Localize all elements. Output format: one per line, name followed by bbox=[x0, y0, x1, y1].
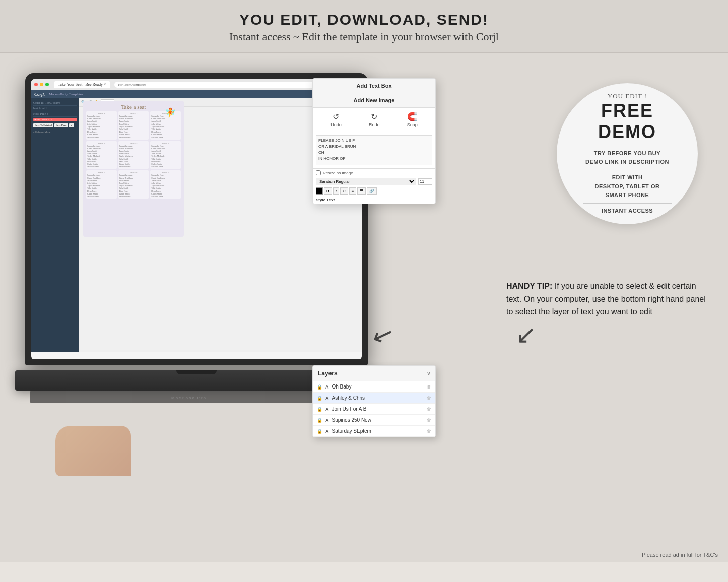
demo-smart-phone: SMART PHONE bbox=[606, 191, 649, 200]
bold-button[interactable]: B bbox=[324, 187, 332, 195]
lock-icon-3: 🔒 bbox=[317, 418, 322, 423]
layer-type-3: A bbox=[325, 418, 329, 423]
font-select[interactable]: Sarabun Regular bbox=[316, 178, 416, 185]
undo-button[interactable]: ↺ Undo bbox=[330, 112, 342, 127]
demo-edit-with: EDIT WITH bbox=[612, 173, 643, 182]
snap-label: Snap bbox=[407, 122, 418, 127]
main-content: Take Your Seat | Bee Ready × corjl.com/t… bbox=[0, 53, 728, 562]
layer-name-2: Join Us For A B bbox=[332, 406, 424, 412]
align-center-button[interactable]: ☰ bbox=[357, 187, 366, 195]
add-text-box-button[interactable]: Add Text Box bbox=[313, 79, 435, 93]
layer-name-4: Saturday SEptem bbox=[332, 428, 424, 434]
demo-demo-text: DEMO bbox=[598, 121, 656, 143]
free-demo-circle: YOU EDIT ! FREE DEMO TRY BEFORE YOU BUY … bbox=[557, 83, 698, 224]
layers-title: Layers bbox=[318, 370, 338, 377]
seating-chart-canvas: Take a seat 🧚 Table 1 Samantha JonesCarr… bbox=[83, 101, 184, 237]
main-title: YOU EDIT, DOWNLOAD, SEND! bbox=[10, 11, 718, 28]
layer-item-3[interactable]: 🔒 A Supinos 250 New 🗑 bbox=[313, 415, 435, 426]
lock-icon-1: 🔒 bbox=[317, 396, 322, 401]
table-2-block: Table 2 Samantha JonesCarrie BradshawJas… bbox=[118, 111, 149, 140]
trash-icon-3[interactable]: 🗑 bbox=[427, 418, 431, 423]
resize-label: Resize as Image bbox=[323, 171, 353, 175]
demo-link: DEMO LINK IN DESCRIPTION bbox=[585, 158, 669, 167]
demo-devices: DESKTOP, TABLET OR bbox=[595, 182, 660, 191]
underline-button[interactable]: U bbox=[340, 187, 348, 195]
top-banner: YOU EDIT, DOWNLOAD, SEND! Instant access… bbox=[0, 0, 728, 53]
table-9-names: Samantha JonesCarrie BradshawJason Smith… bbox=[151, 174, 180, 198]
text-content-display[interactable]: PLEASE JOIN US FOR A BRIDAL BRUNCHIN HON… bbox=[316, 135, 432, 165]
add-new-image-button[interactable]: Add New Image bbox=[313, 93, 435, 108]
italic-button[interactable]: I bbox=[333, 187, 339, 195]
layers-panel: Layers ∨ 🔒 A Oh Baby 🗑 🔒 A Ashley & Chri… bbox=[312, 365, 436, 437]
layer-name-0: Oh Baby bbox=[332, 384, 424, 390]
table-7-block: Table 7 Samantha JonesCarrie BradshawJas… bbox=[86, 170, 117, 199]
minimize-dot bbox=[40, 83, 43, 86]
layer-type-0: A bbox=[325, 384, 329, 390]
sidebar-actions: Save To Original Save Page ✓ bbox=[33, 123, 77, 127]
layers-chevron-icon[interactable]: ∨ bbox=[427, 371, 430, 376]
trash-icon-2[interactable]: 🗑 bbox=[427, 407, 431, 412]
table-2-names: Samantha JonesCarrie BradshawJason Smith… bbox=[119, 115, 148, 139]
demo-divider-3 bbox=[583, 203, 672, 204]
collapse-menu[interactable]: « Collapse Menu bbox=[33, 131, 77, 133]
lock-icon-0: 🔒 bbox=[317, 384, 322, 390]
demo-instant: INSTANT ACCESS bbox=[602, 207, 653, 216]
table-8-block: Table 8 Samantha JonesCarrie BradshawJas… bbox=[118, 170, 149, 199]
snap-icon: 🧲 bbox=[407, 112, 417, 121]
layers-header: Layers ∨ bbox=[313, 366, 435, 381]
snap-button[interactable]: 🧲 Snap bbox=[407, 112, 418, 127]
font-selector-row: Sarabun Regular bbox=[313, 177, 435, 186]
layer-type-4: A bbox=[325, 429, 329, 434]
trash-icon-0[interactable]: 🗑 bbox=[427, 384, 431, 390]
color-swatch[interactable] bbox=[316, 187, 323, 195]
redo-label: Redo bbox=[369, 122, 380, 127]
table-5-block: Table 5 Samantha JonesCarrie BradshawJas… bbox=[118, 141, 149, 169]
panel-text-area: PLEASE JOIN US FOR A BRIDAL BRUNCHIN HON… bbox=[313, 132, 435, 169]
table-6-block: Table 6 Samantha JonesCarrie BradshawJas… bbox=[150, 141, 181, 169]
layer-item-4[interactable]: 🔒 A Saturday SEptem 🗑 bbox=[313, 426, 435, 437]
undo-label: Undo bbox=[330, 122, 342, 127]
sidebar-item-2[interactable]: Hold Page 4 bbox=[33, 111, 77, 117]
layer-type-1: A bbox=[325, 396, 329, 401]
maximize-dot bbox=[45, 83, 49, 86]
panel-toolbar: ↺ Undo ↻ Redo 🧲 Snap bbox=[313, 108, 435, 132]
layer-item-0[interactable]: 🔒 A Oh Baby 🗑 bbox=[313, 381, 435, 393]
style-text-label: Style Text bbox=[313, 196, 435, 204]
resize-checkbox[interactable] bbox=[316, 170, 321, 175]
save-page-btn[interactable]: Save Page bbox=[54, 123, 68, 127]
style-row: B I U ≡ ☰ 🔗 bbox=[313, 186, 435, 196]
resize-as-image-row: Resize as Image bbox=[313, 169, 435, 177]
corjl-logo: Corjl. bbox=[34, 92, 45, 97]
sub-title: Instant access ~ Edit the template in yo… bbox=[10, 30, 718, 43]
redo-button[interactable]: ↻ Redo bbox=[369, 112, 380, 127]
demo-free-text: FREE bbox=[601, 100, 653, 121]
hand-shape bbox=[55, 426, 131, 476]
demo-divider-1 bbox=[583, 146, 672, 146]
sidebar-item-1[interactable]: best front 1 bbox=[33, 106, 77, 111]
sidebar-order-id: Order Id: 1509758194 bbox=[33, 100, 77, 106]
table-6-names: Samantha JonesCarrie BradshawJason Smith… bbox=[151, 145, 180, 168]
demo-you-edit: YOU EDIT ! bbox=[608, 92, 647, 100]
fairy-decoration: 🧚 bbox=[165, 107, 180, 119]
handy-tip-text: HANDY TIP: If you are unable to select &… bbox=[506, 280, 708, 318]
font-size-input[interactable] bbox=[418, 178, 432, 185]
table-1-names: Samantha JonesCarrie BradshawJason Smith… bbox=[87, 115, 116, 139]
layer-item-2[interactable]: 🔒 A Join Us For A B 🗑 bbox=[313, 404, 435, 415]
trash-icon-1[interactable]: 🗑 bbox=[427, 396, 431, 401]
seating-grid: Table 1 Samantha JonesCarrie BradshawJas… bbox=[86, 111, 181, 199]
layer-item-1[interactable]: 🔒 A Ashley & Chris 🗑 bbox=[313, 393, 435, 404]
incomplete-badge: ● INCOMPLETE bbox=[33, 118, 77, 121]
table-4-names: Samantha JonesCarrie BradshawJason Smith… bbox=[87, 145, 116, 168]
browser-tab[interactable]: Take Your Seat | Bee Ready × bbox=[54, 81, 110, 88]
handy-tip-label: HANDY TIP: bbox=[506, 282, 552, 290]
undo-icon: ↺ bbox=[333, 112, 339, 121]
align-left-button[interactable]: ≡ bbox=[349, 187, 357, 195]
svg-text:🧚: 🧚 bbox=[165, 107, 176, 118]
table-5-names: Samantha JonesCarrie BradshawJason Smith… bbox=[119, 145, 148, 168]
check-btn[interactable]: ✓ bbox=[69, 123, 74, 127]
link-button[interactable]: 🔗 bbox=[367, 187, 377, 195]
table-7-names: Samantha JonesCarrie BradshawJason Smith… bbox=[87, 174, 116, 198]
save-btn-sm[interactable]: Save To Original bbox=[33, 123, 53, 127]
layer-type-2: A bbox=[325, 407, 329, 412]
trash-icon-4[interactable]: 🗑 bbox=[427, 429, 431, 434]
